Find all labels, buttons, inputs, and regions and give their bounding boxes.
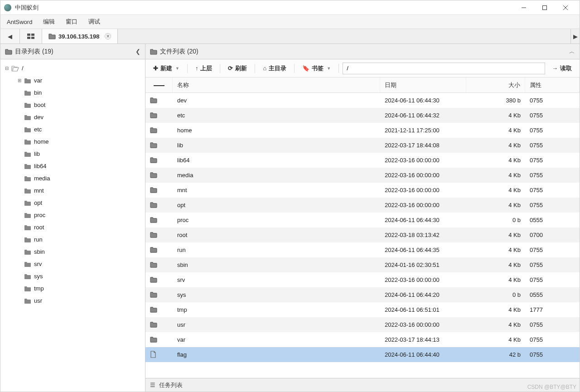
new-button[interactable]: ✚新建▼ [149,63,184,74]
table-row[interactable]: proc2024-06-11 06:44:300 b0555 [145,213,580,227]
menu-antsword[interactable]: AntSword [3,17,38,27]
tab-prev[interactable]: ◀ [0,29,20,44]
table-row[interactable]: mnt2022-03-16 00:00:004 Kb0755 [145,183,580,198]
column-date[interactable]: 日期 [380,77,466,92]
tree-item[interactable]: boot [0,99,145,111]
tab-session[interactable]: 39.106.135.198 × [42,29,118,44]
tree-item-label: dev [34,114,44,121]
file-perm: 0755 [525,97,580,104]
refresh-button[interactable]: ⟳刷新 [224,63,251,74]
tree-item[interactable]: home [0,136,145,148]
tree-item[interactable]: proc [0,209,145,221]
tree-item[interactable]: sbin [0,246,145,258]
table-row[interactable]: lib642022-03-16 00:00:004 Kb0755 [145,153,580,168]
tree-item-label: tmp [34,285,44,292]
folder-icon [24,139,31,145]
tree-item[interactable]: lib [0,148,145,160]
folder-icon [24,249,31,255]
file-name: sys [173,291,380,298]
folder-icon [24,200,31,206]
menu-debug[interactable]: 调试 [83,16,106,28]
tree-item[interactable]: root [0,221,145,233]
file-table[interactable]: dev2024-06-11 06:44:30380 b0755etc2024-0… [145,93,580,378]
folder-icon [24,212,31,218]
column-perm[interactable]: 属性 [525,77,580,92]
file-name: srv [173,276,380,283]
sidebar-header[interactable]: 目录列表 (19) ❮ [0,44,145,59]
bookmark-button[interactable]: 🔖书签▼ [298,63,335,74]
tasklist-icon: ☰ [150,382,155,388]
tree-item[interactable]: dev [0,111,145,123]
column-sort[interactable] [145,77,173,92]
file-name: sbin [173,261,380,268]
tree-item[interactable]: mnt [0,184,145,197]
file-name: etc [173,112,380,119]
sidebar-collapse-icon[interactable]: ❮ [135,48,140,55]
folder-open-icon [11,65,19,72]
folder-icon [145,217,173,223]
table-row[interactable]: tmp2024-06-11 06:51:014 Kb1777 [145,302,580,317]
column-size[interactable]: 大小 [466,77,525,92]
tree-item[interactable]: media [0,172,145,184]
directory-tree[interactable]: ⊟/⊞varbinbootdevetchomeliblib64mediamnto… [0,59,145,392]
up-button[interactable]: ↑上层 [191,63,217,74]
tree-root[interactable]: ⊟/ [0,62,145,74]
table-row[interactable]: etc2024-06-11 06:44:324 Kb0755 [145,108,580,123]
table-row[interactable]: lib2022-03-17 18:44:084 Kb0755 [145,138,580,153]
folder-icon [145,202,173,208]
folder-icon [145,276,173,283]
table-row[interactable]: usr2022-03-16 00:00:004 Kb0755 [145,317,580,332]
tree-item[interactable]: run [0,233,145,246]
file-panel: 文件列表 (20) ︿ ✚新建▼ ↑上层 ⟳刷新 ⌂主目录 🔖书签▼ →读取 名… [145,44,580,392]
tree-item[interactable]: sys [0,270,145,282]
table-row[interactable]: opt2022-03-16 00:00:004 Kb0755 [145,198,580,213]
file-size: 4 Kb [466,336,525,343]
file-name: opt [173,202,380,208]
file-name: tmp [173,306,380,313]
table-row[interactable]: home2021-12-11 17:25:004 Kb0755 [145,123,580,138]
file-date: 2024-06-11 06:44:30 [380,97,466,104]
tab-home[interactable] [20,29,42,44]
table-row[interactable]: run2024-06-11 06:44:354 Kb0755 [145,242,580,257]
table-header: 名称 日期 大小 属性 [145,77,580,93]
taskbar[interactable]: ☰ 任务列表 [145,378,580,392]
tree-item[interactable]: tmp [0,282,145,295]
window-maximize-button[interactable] [534,0,555,15]
path-input[interactable] [343,63,545,74]
table-row[interactable]: dev2024-06-11 06:44:30380 b0755 [145,93,580,108]
menu-edit[interactable]: 编辑 [38,16,60,28]
window-minimize-button[interactable] [513,0,534,15]
tree-item[interactable]: bin [0,87,145,99]
table-row[interactable]: media2022-03-16 00:00:004 Kb0755 [145,168,580,183]
table-row[interactable]: sys2024-06-11 06:44:200 b0555 [145,287,580,302]
sidebar: 目录列表 (19) ❮ ⊟/⊞varbinbootdevetchomelibli… [0,44,145,392]
expand-icon[interactable]: ⊞ [17,78,22,83]
table-row[interactable]: srv2022-03-16 00:00:004 Kb0755 [145,272,580,287]
file-date: 2022-03-16 00:00:00 [380,321,466,328]
tree-item[interactable]: ⊞var [0,74,145,87]
window-close-button[interactable] [555,0,576,15]
tree-item[interactable]: srv [0,258,145,270]
tab-close-button[interactable]: × [105,33,111,39]
tree-item[interactable]: etc [0,123,145,136]
read-button[interactable]: →读取 [548,63,576,74]
table-row[interactable]: sbin2024-01-16 02:30:514 Kb0755 [145,257,580,272]
tab-next[interactable]: ▶ [570,29,580,44]
tree-item-label: root [34,224,44,231]
tree-item[interactable]: lib64 [0,160,145,172]
table-row[interactable]: root2022-03-18 03:13:424 Kb0700 [145,227,580,242]
folder-icon [24,261,31,267]
menu-window[interactable]: 窗口 [60,16,83,28]
file-size: 42 b [466,351,525,358]
tree-item[interactable]: opt [0,197,145,209]
file-name: lib [173,142,380,149]
file-panel-collapse-icon[interactable]: ︿ [569,48,575,56]
collapse-icon[interactable]: ⊟ [4,66,10,71]
column-name[interactable]: 名称 [173,77,380,92]
file-panel-header[interactable]: 文件列表 (20) ︿ [145,44,580,59]
home-button[interactable]: ⌂主目录 [259,63,290,74]
table-row[interactable]: var2022-03-17 18:44:134 Kb0755 [145,332,580,347]
tree-item[interactable]: usr [0,295,145,307]
table-row[interactable]: flag2024-06-11 06:44:4042 b0755 [145,347,580,362]
file-date: 2022-03-16 00:00:00 [380,157,466,164]
